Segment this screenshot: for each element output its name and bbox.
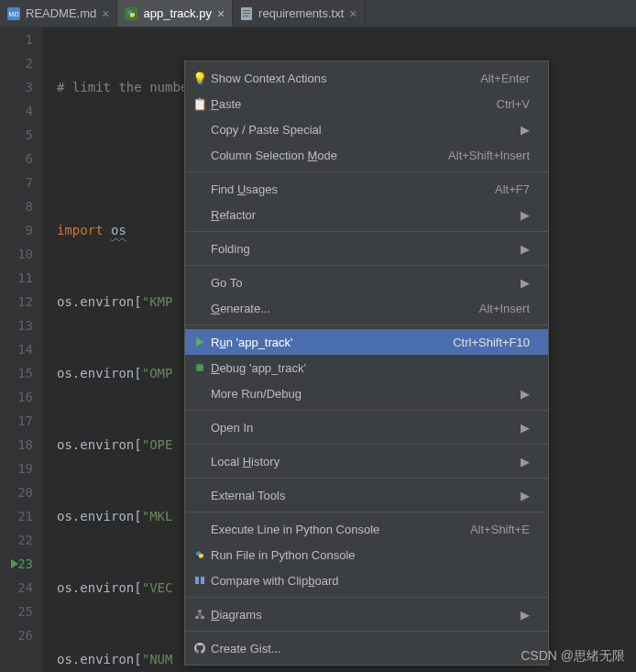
svg-text:MD: MD xyxy=(9,11,19,17)
github-icon xyxy=(191,643,209,654)
menu-separator xyxy=(185,478,548,479)
svg-rect-4 xyxy=(243,10,250,11)
menu-separator xyxy=(185,444,548,445)
line-gutter: 1 2 3 4 5 6 7 8 9 10 11 12 13 14 15 16 1… xyxy=(0,28,42,672)
menu-separator xyxy=(185,325,548,325)
chevron-right-icon: ▶ xyxy=(521,123,530,137)
svg-rect-11 xyxy=(201,577,204,584)
menu-separator xyxy=(185,231,548,232)
chevron-right-icon: ▶ xyxy=(521,242,530,256)
diagram-icon xyxy=(191,609,209,620)
watermark: CSDN @思绪无限 xyxy=(521,648,625,665)
close-icon[interactable]: × xyxy=(217,6,225,21)
svg-rect-6 xyxy=(243,16,248,17)
menu-show-context-actions[interactable]: 💡 Show Context Actions Alt+Enter xyxy=(185,65,548,91)
menu-separator xyxy=(185,410,548,411)
editor-tabs: MD README.md × app_track.py × requiremen… xyxy=(0,0,636,28)
menu-copy-paste-special[interactable]: Copy / Paste Special ▶ xyxy=(185,116,548,142)
chevron-right-icon: ▶ xyxy=(521,455,530,468)
menu-separator xyxy=(185,171,548,172)
svg-rect-10 xyxy=(195,577,199,584)
close-icon[interactable]: × xyxy=(349,6,356,21)
menu-refactor[interactable]: Refactor ▶ xyxy=(185,202,548,227)
svg-rect-5 xyxy=(243,13,250,14)
menu-local-history[interactable]: Local History ▶ xyxy=(185,448,548,474)
tab-label: README.md xyxy=(26,6,96,20)
menu-generate[interactable]: Generate... Alt+Insert xyxy=(185,295,548,321)
tab-label: requirements.txt xyxy=(258,6,344,20)
markdown-icon: MD xyxy=(7,7,20,20)
bulb-icon: 💡 xyxy=(191,72,209,85)
menu-run-file-console[interactable]: Run File in Python Console xyxy=(185,542,548,567)
menu-separator xyxy=(185,265,548,266)
python-icon xyxy=(191,549,209,560)
tab-readme[interactable]: MD README.md × xyxy=(0,0,117,27)
menu-run[interactable]: Run 'app_track' Ctrl+Shift+F10 xyxy=(185,329,548,355)
svg-rect-12 xyxy=(198,610,202,612)
menu-column-selection[interactable]: Column Selection Mode Alt+Shift+Insert xyxy=(185,142,548,168)
chevron-right-icon: ▶ xyxy=(521,421,530,435)
menu-external-tools[interactable]: External Tools ▶ xyxy=(185,482,548,508)
chevron-right-icon: ▶ xyxy=(521,489,530,502)
menu-open-in[interactable]: Open In ▶ xyxy=(185,414,548,440)
menu-create-gist[interactable]: Create Gist... xyxy=(185,635,548,661)
menu-more-run-debug[interactable]: More Run/Debug ▶ xyxy=(185,380,548,406)
svg-line-16 xyxy=(197,614,200,616)
menu-separator xyxy=(185,512,548,512)
menu-separator xyxy=(185,631,548,632)
chevron-right-icon: ▶ xyxy=(521,208,530,222)
tab-label: app_track.py xyxy=(143,6,211,20)
svg-rect-13 xyxy=(195,616,199,619)
menu-execute-line[interactable]: Execute Line in Python Console Alt+Shift… xyxy=(185,516,548,542)
menu-goto[interactable]: Go To ▶ xyxy=(185,270,548,295)
chevron-right-icon: ▶ xyxy=(521,387,530,401)
clipboard-icon: 📋 xyxy=(191,97,209,111)
text-file-icon xyxy=(240,7,253,20)
menu-diagrams[interactable]: Diagrams ▶ xyxy=(185,601,548,627)
debug-icon xyxy=(191,362,209,373)
context-menu: 💡 Show Context Actions Alt+Enter 📋 Paste… xyxy=(184,61,549,666)
tab-requirements[interactable]: requirements.txt × xyxy=(233,0,365,27)
menu-folding[interactable]: Folding ▶ xyxy=(185,236,548,261)
tab-app-track[interactable]: app_track.py × xyxy=(117,0,233,27)
run-icon xyxy=(191,336,209,347)
run-gutter-icon[interactable]: 23 xyxy=(0,552,33,576)
diff-icon xyxy=(191,575,209,586)
close-icon[interactable]: × xyxy=(102,6,109,21)
svg-line-17 xyxy=(200,614,203,616)
menu-paste[interactable]: 📋 Paste Ctrl+V xyxy=(185,91,548,116)
menu-compare-clipboard[interactable]: Compare with Clipboard xyxy=(185,567,548,593)
menu-debug[interactable]: Debug 'app_track' xyxy=(185,355,548,380)
menu-separator xyxy=(185,597,548,598)
svg-rect-14 xyxy=(201,616,204,619)
chevron-right-icon: ▶ xyxy=(521,608,530,622)
python-icon xyxy=(125,7,137,20)
chevron-right-icon: ▶ xyxy=(521,276,530,290)
menu-find-usages[interactable]: Find Usages Alt+F7 xyxy=(185,176,548,202)
